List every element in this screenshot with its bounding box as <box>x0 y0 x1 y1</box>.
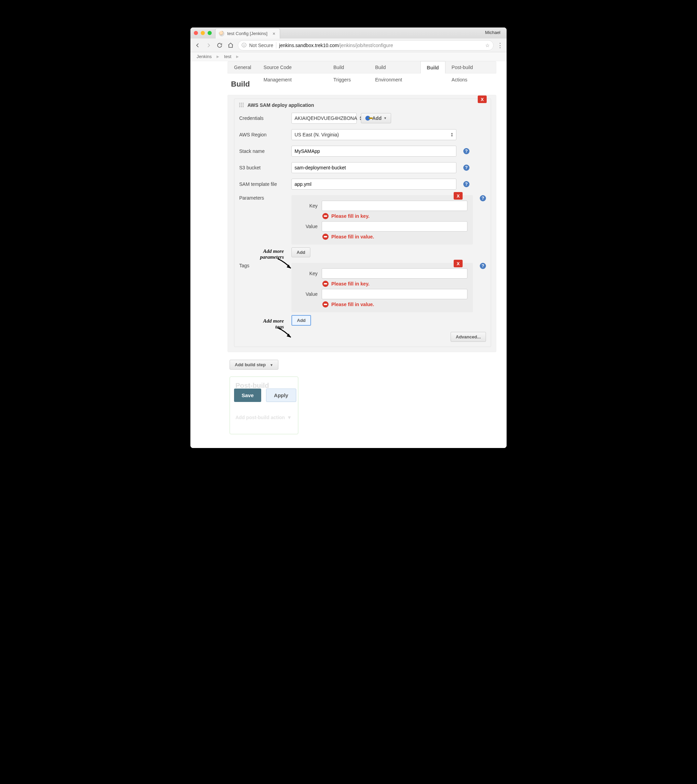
param-key-error: Please fill in key. <box>322 213 467 219</box>
region-label: AWS Region <box>239 132 287 137</box>
param-value-label: Value <box>297 224 317 229</box>
left-gutter <box>190 61 228 434</box>
help-icon[interactable]: ? <box>463 148 469 154</box>
credentials-value: AKIAIQEHDVUEG4HZBONA <box>294 115 357 121</box>
error-text: Please fill in key. <box>331 281 370 287</box>
chevron-right-icon: ▶ <box>216 54 219 58</box>
reload-button[interactable] <box>216 41 223 49</box>
tags-label: Tags <box>239 263 287 268</box>
add-build-step-label: Add build step <box>235 362 266 367</box>
tag-value-error: Please fill in value. <box>322 301 467 308</box>
tag-key-error: Please fill in key. <box>322 281 467 287</box>
chevron-down-icon: ▼ <box>287 415 292 420</box>
s3-bucket-label: S3 bucket <box>239 165 287 170</box>
add-tag-button[interactable]: Add <box>291 315 311 326</box>
security-status: Not Secure <box>249 43 273 48</box>
help-icon[interactable]: ? <box>480 263 486 269</box>
delete-parameter-button[interactable]: X <box>454 192 462 199</box>
chevron-right-icon: ▶ <box>236 54 239 58</box>
chevron-down-icon: ▼ <box>270 363 273 367</box>
delete-tag-button[interactable]: X <box>454 260 462 267</box>
back-button[interactable] <box>194 41 202 49</box>
page-body: General Source Code Management Build Tri… <box>190 61 507 448</box>
drag-handle-icon[interactable] <box>239 103 244 107</box>
error-icon <box>322 301 329 308</box>
error-icon <box>322 213 329 219</box>
site-info-icon[interactable]: ⓘ <box>242 42 246 48</box>
region-value: US East (N. Virginia) <box>294 132 339 137</box>
add-post-build-action-button[interactable]: Add post-build action▼ <box>235 415 292 420</box>
tag-key-input[interactable] <box>322 268 467 278</box>
forward-button[interactable] <box>205 41 212 49</box>
jenkins-favicon-icon <box>219 31 225 36</box>
add-build-step-button[interactable]: Add build step ▼ <box>230 360 278 370</box>
chevron-down-icon: ▼ <box>383 117 386 120</box>
tag-value-label: Value <box>297 292 317 297</box>
credentials-select[interactable]: AKIAIQEHDVUEG4HZBONA ▲▼ <box>291 113 357 124</box>
tag-entry: X Key Please fill in key. <box>291 263 473 312</box>
url-host: jenkins.sandbox.trek10.com <box>279 43 339 48</box>
error-text: Please fill in key. <box>331 213 370 219</box>
key-icon <box>365 116 370 120</box>
tag-key-label: Key <box>297 271 317 276</box>
browser-toolbar: ⓘ Not Secure jenkins.sandbox.trek10.com/… <box>190 38 507 52</box>
url-path: /jenkins/job/test/configure <box>339 43 393 48</box>
annotation-add-tags: Add more tags <box>246 318 284 330</box>
home-button[interactable] <box>227 41 235 49</box>
parameters-label: Parameters <box>239 195 287 201</box>
delete-step-button[interactable]: X <box>478 96 487 103</box>
sam-template-label: SAM template file <box>239 181 287 187</box>
bookmark-star-icon[interactable]: ☆ <box>485 43 490 48</box>
add-parameter-button[interactable]: Add <box>291 247 311 257</box>
help-icon[interactable]: ? <box>480 195 486 201</box>
browser-tab[interactable]: test Config [Jenkins] × <box>215 28 280 38</box>
minimize-window-button[interactable] <box>201 31 205 35</box>
breadcrumb-item[interactable]: test <box>224 54 231 59</box>
help-icon[interactable]: ? <box>463 165 469 171</box>
tab-scm[interactable]: Source Code Management <box>258 61 327 74</box>
tab-general[interactable]: General <box>228 61 258 74</box>
parameter-entry: X Key Please fill in key. <box>291 195 473 245</box>
save-button[interactable]: Save <box>234 389 261 402</box>
apply-button[interactable]: Apply <box>266 389 296 402</box>
credentials-label: Credentials <box>239 115 287 121</box>
param-key-label: Key <box>297 203 317 209</box>
chrome-window: test Config [Jenkins] × Michael ⓘ Not Se… <box>190 28 507 448</box>
help-icon[interactable]: ? <box>463 181 469 187</box>
param-value-input[interactable] <box>322 221 467 232</box>
s3-bucket-input[interactable] <box>291 162 456 173</box>
error-icon <box>322 281 329 287</box>
address-bar[interactable]: ⓘ Not Secure jenkins.sandbox.trek10.com/… <box>238 40 494 51</box>
breadcrumb-item[interactable]: Jenkins <box>197 54 212 59</box>
tab-build-triggers[interactable]: Build Triggers <box>327 61 369 74</box>
post-build-section: Post-build Actions Save Apply Add post-b… <box>230 377 298 434</box>
browser-menu-button[interactable]: ⋮ <box>497 41 503 49</box>
main-column: General Source Code Management Build Tri… <box>228 61 507 434</box>
close-window-button[interactable] <box>194 31 198 35</box>
add-credentials-button[interactable]: Add ▼ <box>361 113 391 124</box>
sam-template-input[interactable] <box>291 179 456 189</box>
tab-build-env[interactable]: Build Environment <box>369 61 420 74</box>
tab-post-build[interactable]: Post-build Actions <box>446 61 496 74</box>
build-steps-container: X AWS SAM deploy application Credentials… <box>228 95 496 352</box>
stack-name-input[interactable] <box>291 146 456 156</box>
config-tabs: General Source Code Management Build Tri… <box>228 61 496 74</box>
profile-name[interactable]: Michael <box>485 30 500 35</box>
add-credentials-label: Add <box>372 115 382 121</box>
breadcrumb-bar: Jenkins ▶ test ▶ <box>190 52 507 61</box>
build-step: X AWS SAM deploy application Credentials… <box>234 99 491 347</box>
annotation-add-parameters: Add more parameters <box>246 249 284 260</box>
tag-value-input[interactable] <box>322 289 467 299</box>
advanced-button[interactable]: Advanced... <box>451 332 486 342</box>
tab-build[interactable]: Build <box>420 61 446 74</box>
param-key-input[interactable] <box>322 201 467 211</box>
zoom-window-button[interactable] <box>208 31 212 35</box>
region-select[interactable]: US East (N. Virginia) ▲▼ <box>291 129 456 140</box>
select-arrows-icon: ▲▼ <box>451 132 453 137</box>
error-text: Please fill in value. <box>331 301 374 307</box>
window-titlebar: test Config [Jenkins] × Michael <box>190 28 507 38</box>
param-value-error: Please fill in value. <box>322 234 467 240</box>
close-tab-icon[interactable]: × <box>271 31 276 36</box>
window-controls <box>194 31 212 35</box>
step-title: AWS SAM deploy application <box>248 102 314 108</box>
